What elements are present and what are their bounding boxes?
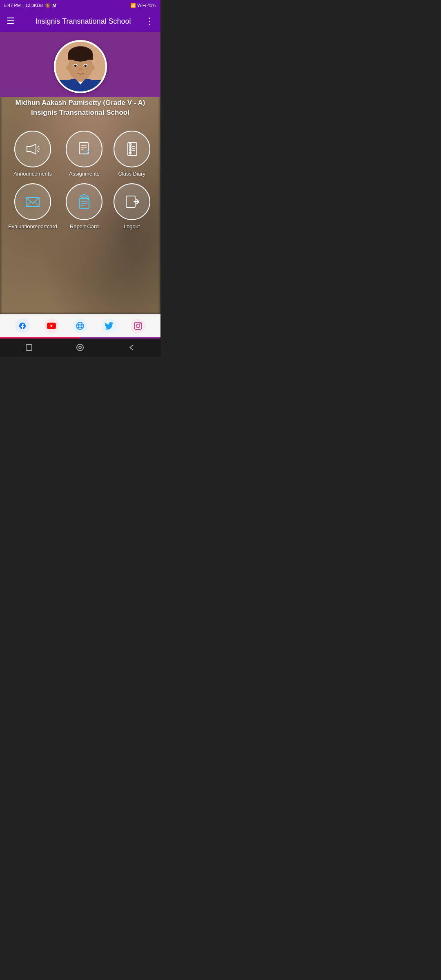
status-right: 📶 WiFi 41% (130, 3, 156, 8)
svg-line-19 (37, 151, 39, 152)
more-options-icon[interactable]: ⋮ (145, 16, 154, 27)
svg-line-37 (35, 202, 39, 207)
svg-point-13 (66, 65, 70, 70)
menu-item-class-diary[interactable]: Class Diary (111, 131, 152, 177)
profile-name: Midhun Aakash Pamisetty (Grade V - A) In… (7, 98, 153, 118)
instagram-button[interactable] (131, 318, 145, 333)
assignments-circle (66, 131, 102, 167)
website-button[interactable] (73, 318, 87, 333)
facebook-button[interactable] (15, 318, 30, 333)
logout-label: Logout (124, 223, 140, 229)
hamburger-menu-icon[interactable]: ☰ (7, 16, 15, 27)
nav-home-button[interactable] (74, 342, 86, 353)
social-bar (0, 314, 160, 337)
assignments-label: Assignments (69, 171, 99, 177)
assignments-icon (75, 140, 93, 158)
navigation-bar (0, 339, 160, 356)
report-card-label: Report Card (70, 223, 99, 229)
menu-item-assignments[interactable]: Assignments (64, 131, 105, 177)
app-bar: ☰ Insignis Transnational School ⋮ (0, 11, 160, 32)
logout-circle (114, 183, 150, 220)
network-speed: 12.3KB/s (25, 3, 44, 8)
svg-rect-55 (26, 345, 32, 350)
status-left: 5:47 PM | 12.3KB/s 🔇 M (4, 3, 56, 8)
svg-marker-42 (80, 194, 88, 198)
m-icon: M (52, 3, 56, 8)
menu-grid: Announcements Assignments (0, 121, 160, 239)
signal-icon: 📶 (130, 3, 136, 8)
report-card-circle (66, 183, 102, 220)
svg-point-11 (84, 65, 87, 67)
logout-icon (123, 193, 141, 211)
svg-point-44 (87, 198, 89, 200)
nav-back-button[interactable] (126, 342, 137, 353)
app-title: Insignis Transnational School (21, 17, 145, 26)
report-card-icon (75, 193, 93, 211)
envelope-icon (24, 193, 42, 211)
svg-point-14 (91, 65, 94, 70)
svg-rect-38 (79, 198, 89, 208)
youtube-button[interactable] (44, 318, 59, 333)
profile-section: Midhun Aakash Pamisetty (Grade V - A) In… (0, 32, 160, 118)
menu-item-evaluation[interactable]: Evaluationreportcard (8, 183, 57, 229)
twitter-button[interactable] (102, 318, 116, 333)
svg-rect-20 (79, 143, 88, 154)
svg-point-56 (77, 344, 83, 351)
svg-point-10 (74, 65, 76, 67)
svg-point-53 (136, 324, 140, 327)
battery: 41% (147, 3, 156, 8)
evaluation-circle (14, 183, 51, 220)
svg-rect-7 (68, 54, 92, 60)
svg-line-17 (37, 146, 39, 147)
avatar (54, 40, 107, 93)
svg-line-36 (26, 202, 31, 207)
svg-point-12 (79, 68, 82, 71)
svg-point-54 (140, 323, 140, 324)
evaluation-label: Evaluationreportcard (8, 223, 57, 229)
time: 5:47 PM (4, 3, 21, 8)
class-diary-label: Class Diary (118, 171, 145, 177)
class-diary-icon (123, 140, 141, 158)
announcements-circle (14, 131, 51, 167)
menu-item-report-card[interactable]: Report Card (64, 183, 105, 229)
announcements-label: Announcements (13, 171, 52, 177)
status-bar: 5:47 PM | 12.3KB/s 🔇 M 📶 WiFi 41% (0, 0, 160, 11)
svg-line-25 (84, 154, 85, 155)
menu-item-announcements[interactable]: Announcements (8, 131, 57, 177)
svg-point-57 (79, 346, 81, 349)
mute-icon: 🔇 (45, 3, 51, 8)
nav-square-button[interactable] (23, 342, 35, 353)
class-diary-circle (114, 131, 150, 167)
svg-marker-15 (27, 144, 36, 154)
announcements-icon (24, 140, 42, 158)
main-content: Midhun Aakash Pamisetty (Grade V - A) In… (0, 32, 160, 314)
separator: | (22, 3, 24, 8)
menu-item-logout[interactable]: Logout (111, 183, 152, 229)
wifi-icon: WiFi (137, 3, 146, 8)
